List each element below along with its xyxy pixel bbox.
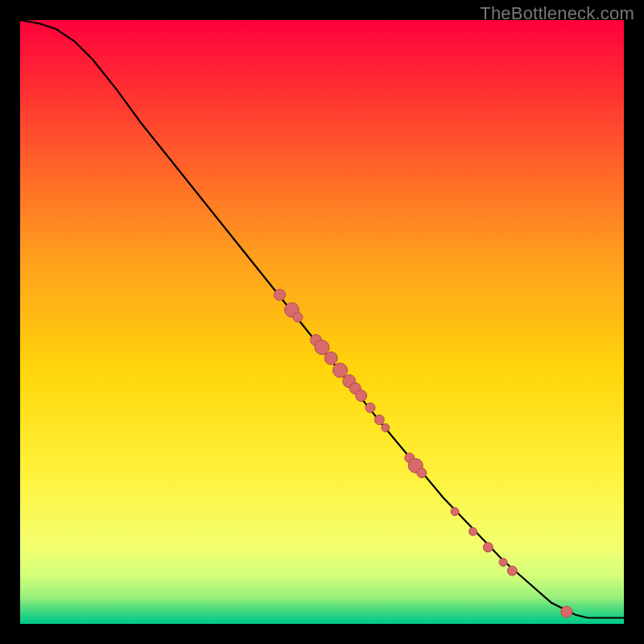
data-point <box>365 403 375 413</box>
data-point <box>469 527 477 535</box>
data-point <box>315 341 329 355</box>
gradient-background <box>20 20 624 624</box>
data-point <box>333 363 348 378</box>
data-point <box>374 415 384 425</box>
data-point <box>293 312 303 322</box>
chart-svg <box>20 20 624 624</box>
data-point <box>275 289 286 300</box>
data-point <box>324 352 337 365</box>
data-point <box>356 390 367 402</box>
data-point <box>451 508 459 516</box>
data-point <box>483 543 493 552</box>
data-point <box>507 566 517 576</box>
data-point <box>561 606 572 617</box>
chart-stage: TheBottleneck.com <box>0 0 644 644</box>
data-point <box>417 469 427 478</box>
data-point <box>382 423 390 431</box>
chart-plot-area <box>20 20 624 624</box>
data-point <box>499 559 507 567</box>
